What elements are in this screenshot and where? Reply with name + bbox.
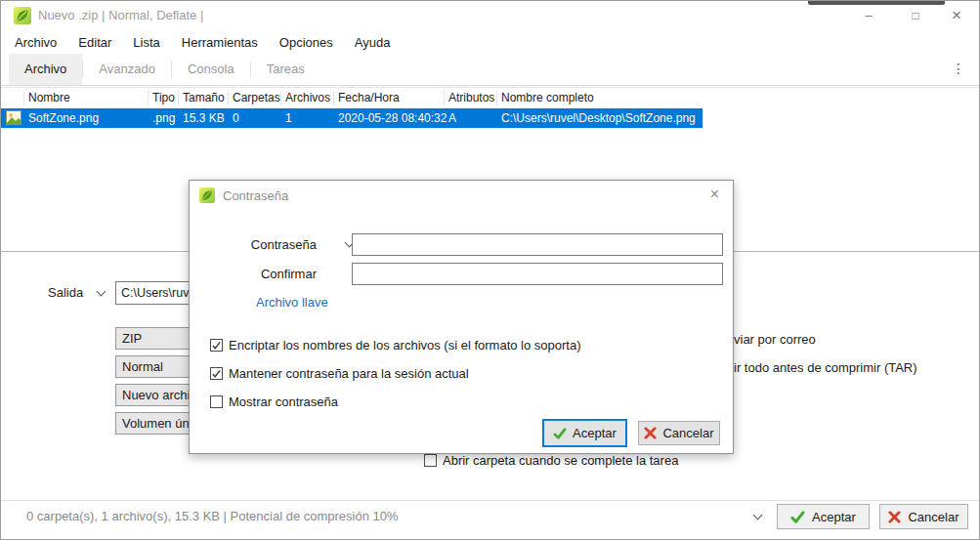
column-divider [23,91,24,105]
image-file-icon [6,110,21,125]
cell-tipo: .png [152,111,175,125]
salida-label: Salida [48,285,83,300]
password-dialog: Contraseña × Contraseña Confirmar Archiv… [189,180,734,454]
green-check-icon [790,511,805,523]
dialog-cancel-button[interactable]: Cancelar [638,421,720,445]
confirm-label: Confirmar [204,267,317,281]
open-folder-checkbox[interactable] [424,454,437,467]
keyfile-link[interactable]: Archivo llave [256,295,328,310]
main-cancel-button[interactable]: Cancelar [879,504,968,529]
tab-avanzado[interactable]: Avanzado [83,54,171,85]
window-title: Nuevo .zip | Normal, Deflate | [38,1,203,30]
cell-nombre: SoftZone.png [28,111,99,125]
table-row-softzone[interactable]: SoftZone.png .png 15.3 KB 0 1 2020-05-28… [1,108,703,128]
menu-item-archivo[interactable]: Archivo [11,33,61,52]
cell-carpetas: 0 [233,111,239,125]
file-table-header: Nombre Tipo Tamaño Carpetas Archivos Fec… [1,87,979,108]
column-divider [148,91,149,105]
show-password-checkbox[interactable] [210,395,223,408]
column-header-atributos[interactable]: Atributos [448,91,494,104]
cell-fecha-hora: 2020-05-28 08:40:32 [338,111,447,125]
tab-tareas[interactable]: Tareas [251,54,320,85]
red-x-icon [644,427,657,439]
status-bar-divider [1,500,979,501]
dialog-title: Contraseña [223,188,288,203]
main-accept-button[interactable]: Aceptar [777,504,870,529]
menu-item-opciones[interactable]: Opciones [276,33,337,52]
column-divider [228,91,229,105]
dialog-cancel-label: Cancelar [662,426,713,440]
column-divider [496,91,497,105]
dialog-accept-label: Aceptar [573,426,617,440]
column-header-carpetas[interactable]: Carpetas [233,91,280,104]
red-x-icon [888,511,901,523]
tab-strip: Archivo Avanzado Consola Tareas ⋮ [1,54,979,86]
cell-tamano: 15.3 KB [183,111,225,125]
close-button[interactable]: × [939,1,974,30]
encrypt-names-checkbox-label: Encriptar los nombres de los archivos (s… [229,338,581,353]
tar-before-label-fragment: ir todo antes de comprimir (TAR) [734,360,917,375]
checkmark-icon [211,341,222,351]
menu-item-editar[interactable]: Editar [74,33,115,52]
menu-item-ayuda[interactable]: Ayuda [351,33,395,52]
password-label: Contraseña [204,237,317,252]
send-by-mail-label-fragment: viar por correo [734,332,816,347]
menu-item-herramientas[interactable]: Herramientas [178,33,262,52]
title-bar: Nuevo .zip | Normal, Deflate | – □ × [1,1,979,30]
column-header-fecha-hora[interactable]: Fecha/Hora [338,91,400,104]
column-divider [280,91,281,105]
checkmark-icon [211,369,222,379]
open-folder-checkbox-label: Abrir carpeta cuando se complete la tare… [443,453,678,468]
dialog-accept-button[interactable]: Aceptar [544,421,625,445]
menu-bar: Archivo Editar Lista Herramientas Opcion… [1,30,979,54]
maximize-button[interactable]: □ [898,1,933,30]
menu-item-lista[interactable]: Lista [129,33,163,52]
column-header-tipo[interactable]: Tipo [152,91,175,104]
peazip-leaf-icon [14,7,31,24]
keep-password-checkbox-label: Mantener contraseña para la sesión actua… [229,366,469,381]
column-header-tamano[interactable]: Tamaño [183,91,225,104]
show-password-checkbox-label: Mostrar contraseña [229,395,338,409]
bottom-chevron-down-icon[interactable] [753,511,763,520]
salida-chevron-down-icon[interactable] [97,287,107,297]
column-header-nombre[interactable]: Nombre [28,91,70,104]
column-divider [178,91,179,105]
cell-nombre-completo: C:\Users\ruvel\Desktop\SoftZone.png [501,111,696,125]
main-cancel-label: Cancelar [908,510,959,524]
tab-archivo[interactable]: Archivo [9,54,82,85]
encrypt-names-checkbox[interactable] [210,339,223,352]
password-input[interactable] [352,233,723,256]
column-header-nombre-completo[interactable]: Nombre completo [501,91,594,104]
status-summary: 0 carpeta(s), 1 archivo(s), 15.3 KB | Po… [26,509,399,523]
column-divider [444,91,445,105]
cell-archivos: 1 [285,111,292,125]
peazip-leaf-icon [199,187,215,203]
tab-overflow-menu-icon[interactable]: ⋮ [948,54,969,84]
cell-atributos: A [448,111,456,125]
confirm-password-input[interactable] [352,263,723,285]
tab-consola[interactable]: Consola [172,54,250,85]
main-accept-label: Aceptar [812,510,856,524]
keep-password-checkbox[interactable] [210,367,223,380]
dialog-close-icon[interactable]: × [706,186,723,203]
column-divider [333,91,334,105]
peazip-window: Nuevo .zip | Normal, Deflate | – □ × Arc… [0,0,980,540]
column-header-archivos[interactable]: Archivos [285,91,330,104]
minimize-button[interactable]: – [851,1,886,30]
green-check-icon [553,428,567,439]
